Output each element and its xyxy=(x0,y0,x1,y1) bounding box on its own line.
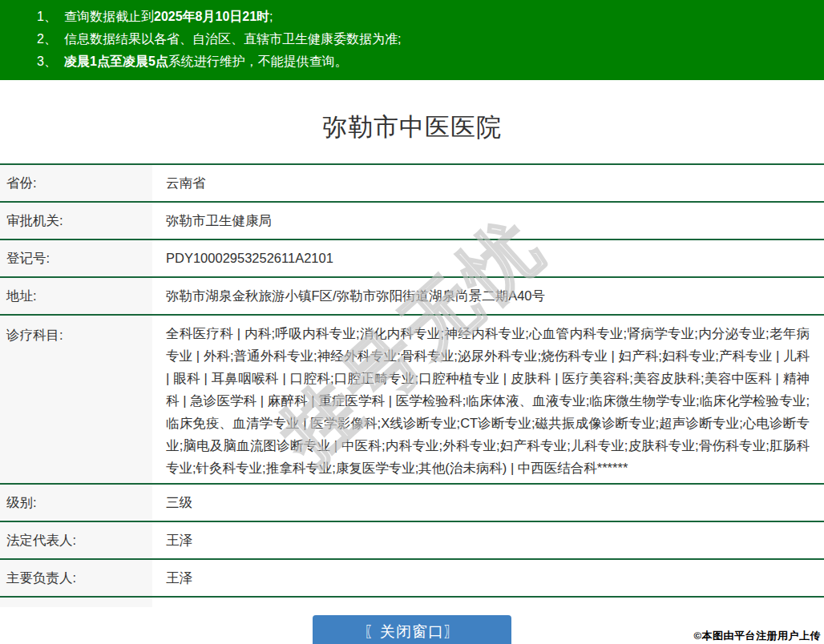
table-row-level: 级别: 三级 xyxy=(0,485,824,522)
notice-text-bold: 凌晨1点至凌晨5点 xyxy=(64,54,168,68)
field-value: 弥勒市卫生健康局 xyxy=(152,203,824,239)
notice-number: 1、 xyxy=(37,6,64,28)
table-row-registration-number: 登记号: PDY10002953252611A2101 xyxy=(0,240,824,278)
notice-line-3: 3、凌晨1点至凌晨5点系统进行维护，不能提供查询。 xyxy=(37,50,816,73)
field-label: 法定代表人: xyxy=(0,522,152,558)
field-value: 弥勒市湖泉金秋旅游小镇F区/弥勒市弥阳街道湖泉尚景二期A40号 xyxy=(152,278,824,314)
close-window-button[interactable]: 〖关闭窗口〗 xyxy=(313,615,511,644)
table-row-person-in-charge: 主要负责人: 王泽 xyxy=(0,560,824,598)
table-row-medical-subjects: 诊疗科目: 全科医疗科 | 内科;呼吸内科专业;消化内科专业;神经内科专业;心血… xyxy=(0,316,824,485)
table-row-province: 省份: 云南省 xyxy=(0,165,824,203)
copyright-note: ©本图由平台注册用户上传 xyxy=(693,629,821,643)
notice-number: 2、 xyxy=(37,28,64,50)
table-row-address: 地址: 弥勒市湖泉金秋旅游小镇F区/弥勒市弥阳街道湖泉尚景二期A40号 xyxy=(0,278,824,316)
notice-banner: 1、查询数据截止到2025年8月10日21时; 2、信息数据结果以各省、自治区、… xyxy=(0,0,824,80)
notice-text: 信息数据结果以各省、自治区、直辖市卫生健康委数据为准; xyxy=(64,32,401,46)
table-row-approval-authority: 审批机关: 弥勒市卫生健康局 xyxy=(0,203,824,240)
field-value: 云南省 xyxy=(152,165,824,201)
notice-text-bold: 2025年8月10日21时 xyxy=(154,10,269,23)
hospital-info-table: 省份: 云南省 审批机关: 弥勒市卫生健康局 登记号: PDY100029532… xyxy=(0,163,824,635)
notice-line-1: 1、查询数据截止到2025年8月10日21时; xyxy=(37,6,816,28)
notice-text: 系统进行维护，不能提供查询。 xyxy=(168,54,348,68)
hospital-info-page: 1、查询数据截止到2025年8月10日21时; 2、信息数据结果以各省、自治区、… xyxy=(0,0,824,644)
notice-line-2: 2、信息数据结果以各省、自治区、直辖市卫生健康委数据为准; xyxy=(37,28,816,50)
field-label: 登记号: xyxy=(0,240,152,276)
field-label: 审批机关: xyxy=(0,203,152,239)
notice-text: ; xyxy=(269,10,273,23)
field-label: 省份: xyxy=(0,165,152,201)
footer-bar: 〖关闭窗口〗 ©本图由平台注册用户上传 xyxy=(0,607,824,644)
notice-number: 3、 xyxy=(37,50,64,73)
field-label: 级别: xyxy=(0,485,152,521)
notice-text: 查询数据截止到 xyxy=(64,10,154,23)
field-value: 三级 xyxy=(152,485,824,521)
field-label: 主要负责人: xyxy=(0,560,152,596)
table-row-legal-representative: 法定代表人: 王泽 xyxy=(0,522,824,560)
field-label: 地址: xyxy=(0,278,152,314)
field-label: 诊疗科目: xyxy=(0,316,152,483)
field-value: 王泽 xyxy=(152,522,824,558)
field-value: 王泽 xyxy=(152,560,824,596)
field-value: 全科医疗科 | 内科;呼吸内科专业;消化内科专业;神经内科专业;心血管内科专业;… xyxy=(152,316,824,483)
field-value: PDY10002953252611A2101 xyxy=(152,240,824,276)
page-title: 弥勒市中医医院 xyxy=(0,111,824,144)
